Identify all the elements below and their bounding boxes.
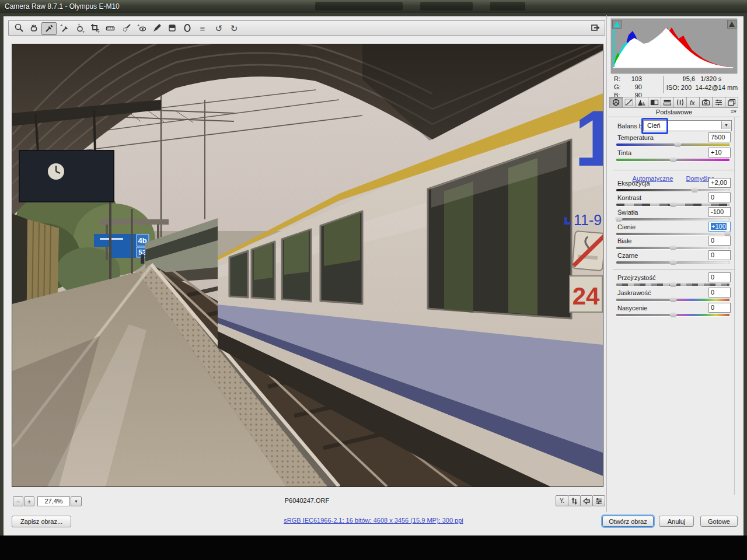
temperature-slider[interactable] <box>616 144 729 146</box>
shadow-clipping-toggle[interactable] <box>612 20 622 29</box>
door-number-24: 24 <box>570 276 602 312</box>
tab-camera-calibration[interactable] <box>699 97 713 108</box>
blacks-slider[interactable] <box>616 261 729 264</box>
done-button[interactable]: Gotowe <box>700 516 738 527</box>
tab-basic[interactable] <box>609 97 623 108</box>
slider-row-blacks: Czarne 0 <box>616 252 731 267</box>
slider-value-box[interactable]: 0 <box>708 192 731 202</box>
hand-tool-icon[interactable] <box>27 22 41 34</box>
graduated-filter-tool-icon[interactable] <box>165 22 179 34</box>
slider-thumb[interactable] <box>615 215 623 222</box>
straighten-tool-icon[interactable] <box>103 22 117 34</box>
swap-settings-button[interactable] <box>568 495 581 506</box>
fullscreen-toggle-icon[interactable] <box>588 22 602 34</box>
copy-settings-button[interactable] <box>580 495 593 506</box>
slider-thumb[interactable] <box>669 201 677 207</box>
slider-label: Nasycenie <box>617 304 647 312</box>
preferences-icon[interactable]: ≡ <box>196 22 210 34</box>
slider-thumb[interactable] <box>674 141 682 147</box>
saturation-slider[interactable] <box>616 314 729 316</box>
adjustment-brush-tool-icon[interactable] <box>150 22 164 34</box>
titlebar-backdrop-blur <box>315 2 403 10</box>
tab-tone-curve[interactable] <box>622 97 636 108</box>
cancel-button[interactable]: Anuluj <box>659 516 694 527</box>
white-balance-tool-icon[interactable] <box>41 22 57 35</box>
panel-menu-icon[interactable]: ≡▾ <box>731 108 736 114</box>
panel-tabs: fx <box>609 97 739 107</box>
slider-value-box[interactable]: -100 <box>708 207 731 217</box>
annotation-highlight-box <box>641 118 668 134</box>
svg-text:fx: fx <box>690 99 695 106</box>
rotate-left-icon[interactable]: ↺ <box>212 22 226 34</box>
slider-label: Kontrast <box>617 194 641 201</box>
slider-thumb[interactable] <box>669 311 677 317</box>
targeted-adjustment-tool-icon[interactable]: + <box>73 22 87 34</box>
vibrance-slider[interactable] <box>616 299 729 301</box>
tab-presets[interactable] <box>712 97 725 108</box>
slider-thumb[interactable] <box>669 156 677 162</box>
exif-readout: f/5,6 1/320 s ISO: 200 14-42@14 mm <box>665 75 739 92</box>
panel-divider <box>606 15 607 512</box>
open-image-button[interactable]: Otwórz obraz <box>602 516 654 527</box>
tint-slider[interactable] <box>616 159 729 161</box>
whites-slider[interactable] <box>616 247 729 249</box>
slider-value-box[interactable]: 0 <box>708 236 731 246</box>
slider-value-box[interactable]: 0 <box>708 272 731 282</box>
slider-label: Jaskrawość <box>617 289 651 296</box>
highlights-slider[interactable] <box>616 218 729 220</box>
slider-value-box[interactable]: 0 <box>708 250 731 260</box>
separator <box>613 170 735 170</box>
slider-thumb[interactable] <box>669 296 677 302</box>
toolbar: + + + ≡ ↺ ↻ <box>8 20 605 36</box>
slider-thumb[interactable] <box>669 281 677 287</box>
slider-value-box[interactable]: 7500 <box>708 132 731 142</box>
slider-row-saturation: Nasycenie 0 <box>616 304 731 320</box>
red-eye-tool-icon[interactable]: + <box>135 22 149 34</box>
slider-label: Temperatura <box>617 134 654 141</box>
svg-text:+: + <box>60 23 63 28</box>
highlight-clipping-toggle[interactable] <box>727 20 736 29</box>
titlebar-backdrop-blur <box>490 2 525 10</box>
rotate-right-icon[interactable]: ↻ <box>227 22 241 34</box>
tab-hsl-grayscale[interactable] <box>648 97 661 108</box>
slider-label: Ekspozycja <box>617 180 650 187</box>
color-sampler-tool-icon[interactable]: + <box>58 22 72 34</box>
radial-filter-tool-icon[interactable] <box>180 22 194 34</box>
slider-thumb[interactable] <box>669 244 677 250</box>
panel-title: Podstawowe <box>608 108 740 117</box>
svg-text:24: 24 <box>573 282 600 310</box>
crop-tool-icon[interactable] <box>88 22 102 34</box>
chevron-down-icon[interactable]: ▼ <box>721 121 731 129</box>
before-after-view-button[interactable]: Y. <box>556 495 568 506</box>
histogram-plot <box>611 19 736 72</box>
tab-snapshots[interactable] <box>725 97 738 108</box>
tab-lens-corrections[interactable] <box>673 97 687 108</box>
slider-thumb[interactable] <box>691 186 699 192</box>
separator <box>613 270 735 270</box>
clarity-slider[interactable] <box>616 284 729 286</box>
slider-label: Białe <box>617 237 631 244</box>
panel-scroll-edge <box>734 117 735 495</box>
preview-settings-button[interactable] <box>592 495 605 506</box>
spot-removal-tool-icon[interactable] <box>120 22 134 34</box>
save-image-button[interactable]: Zapisz obraz... <box>12 516 71 527</box>
svg-text:+: + <box>137 23 140 28</box>
zoom-tool-icon[interactable] <box>12 22 26 34</box>
shadows-slider[interactable] <box>616 233 729 235</box>
slider-thumb[interactable] <box>669 258 677 265</box>
car-number-1: 1 <box>574 94 603 183</box>
workflow-options-link[interactable]: sRGB IEC61966-2.1; 16 bitów; 4608 x 3456… <box>140 517 607 524</box>
slider-value-box[interactable]: +10 <box>708 148 731 158</box>
slider-value-box[interactable]: 0 <box>708 288 731 298</box>
tab-effects[interactable]: fx <box>686 97 700 108</box>
exposure-slider[interactable] <box>616 189 729 191</box>
slider-value-box[interactable]: +2,00 <box>708 178 731 188</box>
tab-detail[interactable] <box>635 97 648 108</box>
contrast-slider[interactable] <box>616 204 729 206</box>
rgb-readout: R:103 G:90 B:90 <box>614 75 661 99</box>
slider-label: Czarne <box>617 252 638 259</box>
slider-value-box[interactable]: 0 <box>708 303 731 313</box>
histogram[interactable] <box>610 18 738 74</box>
image-preview[interactable]: 4b 53 <box>12 44 603 487</box>
tab-split-toning[interactable] <box>661 97 674 108</box>
